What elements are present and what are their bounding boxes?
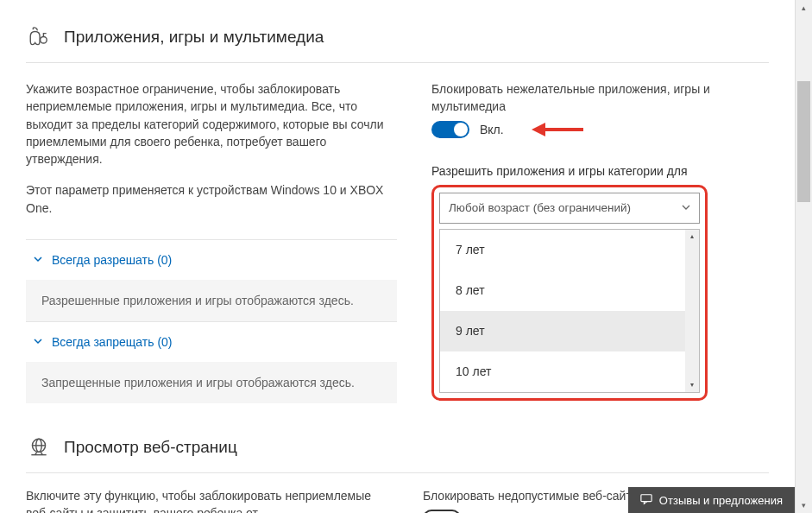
svg-point-0 <box>41 36 47 43</box>
age-option[interactable]: 7 лет <box>440 230 685 270</box>
apps-section-title: Приложения, игры и мультимедиа <box>64 28 324 47</box>
annotation-arrow <box>532 122 583 137</box>
scrollbar-thumb[interactable] <box>797 81 810 202</box>
web-section-title: Просмотр веб-страниц <box>64 438 237 457</box>
block-apps-toggle-state: Вкл. <box>480 123 504 136</box>
scroll-down-icon[interactable]: ▾ <box>685 378 699 392</box>
annotation-highlight-box: Любой возраст (без ограничений) 7 лет8 л… <box>431 185 708 401</box>
web-description: Включите эту функцию, чтобы заблокироват… <box>26 487 388 513</box>
always-allow-label: Всегда разрешать (0) <box>52 253 172 267</box>
feedback-label: Отзывы и предложения <box>659 494 783 507</box>
apps-games-icon <box>26 24 52 50</box>
page-scrollbar[interactable]: ▴ ▾ <box>795 0 812 513</box>
dropdown-scrollbar[interactable]: ▴ ▾ <box>685 230 699 392</box>
chevron-down-icon <box>33 253 43 267</box>
age-rating-dropdown[interactable]: Любой возраст (без ограничений) <box>439 193 700 224</box>
chat-icon <box>640 493 652 508</box>
web-browsing-icon <box>26 434 52 460</box>
block-apps-label: Блокировать нежелательные приложения, иг… <box>431 80 769 116</box>
always-block-expander[interactable]: Всегда запрещать (0) <box>33 335 390 349</box>
age-rating-listbox[interactable]: 7 лет8 лет9 лет10 лет ▴ ▾ <box>439 229 700 393</box>
age-option[interactable]: 10 лет <box>440 352 685 392</box>
feedback-button[interactable]: Отзывы и предложения <box>628 487 795 513</box>
scroll-down-icon[interactable]: ▾ <box>796 497 812 513</box>
age-option[interactable]: 8 лет <box>440 270 685 311</box>
scroll-up-icon[interactable]: ▴ <box>685 230 699 244</box>
age-rating-selected: Любой возраст (без ограничений) <box>449 201 631 214</box>
apps-description-1: Укажите возрастное ограничение, чтобы за… <box>26 80 397 168</box>
svg-rect-9 <box>641 494 651 501</box>
scroll-up-icon[interactable]: ▴ <box>796 0 812 16</box>
age-option[interactable]: 9 лет <box>440 311 685 352</box>
allow-category-label: Разрешить приложения и игры категории дл… <box>431 164 769 178</box>
block-apps-toggle[interactable] <box>431 121 469 138</box>
svg-marker-2 <box>532 123 545 136</box>
chevron-down-icon <box>682 203 690 213</box>
block-sites-toggle[interactable] <box>423 510 461 513</box>
apps-description-2: Этот параметр применяется к устройствам … <box>26 181 397 217</box>
allowed-apps-placeholder: Разрешенные приложения и игры отображают… <box>26 280 397 321</box>
blocked-apps-placeholder: Запрещенные приложения и игры отображают… <box>26 362 397 403</box>
chevron-down-icon <box>33 335 43 349</box>
always-allow-expander[interactable]: Всегда разрешать (0) <box>33 253 390 267</box>
always-block-label: Всегда запрещать (0) <box>52 335 173 349</box>
